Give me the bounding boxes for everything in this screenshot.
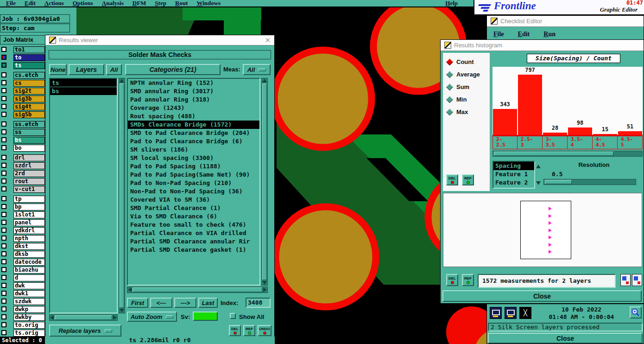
histogram-close-button[interactable]: Close [442,290,642,302]
viewer-categories-list[interactable]: NPTH annular Ring (152)SMD annular Ring … [127,78,260,286]
menu-item-analysis[interactable]: Analysis [102,0,124,7]
category-item[interactable]: Coverage (1243) [128,104,259,112]
layer-row-dwkp[interactable]: dwkp [0,306,46,313]
layer-checkbox[interactable] [1,243,6,248]
scroll-down-icon[interactable] [536,181,541,185]
layer-row-dkst[interactable]: dkst [0,243,46,250]
layer-row-to[interactable]: to [0,54,46,61]
scrollbar-thumb[interactable] [262,83,267,280]
menu-item-step[interactable]: Step [155,0,166,7]
histogram-ref-button[interactable]: REF [462,174,474,185]
session-close-button[interactable]: Close [488,333,643,344]
category-item[interactable]: Pad annular Ring (318) [128,96,259,104]
viewer-layer-item[interactable]: ts [50,79,117,87]
layer-checkbox[interactable] [1,47,6,52]
scroll-right-icon[interactable] [113,315,117,320]
layer-row-to.orig[interactable]: to.orig [0,322,46,329]
nav-last-button[interactable]: Last [198,298,218,308]
layer-row-sig4t[interactable]: sig4t [0,103,46,110]
layer-row-sig3b[interactable]: sig3b [0,96,46,102]
filter-none-button[interactable]: None [49,64,67,75]
layer-checkbox[interactable] [1,63,6,68]
send-to-editor-button[interactable] [620,274,631,286]
categories-horizontal-scrollbar[interactable] [127,287,268,293]
layer-checkbox[interactable] [1,163,6,168]
layer-checkbox[interactable] [1,291,6,296]
viewer-ref-button[interactable]: REF [243,325,255,336]
layer-checkbox[interactable] [1,178,6,184]
viewer-del-button[interactable]: DEL [229,325,241,336]
slider-thumb[interactable] [545,180,572,184]
nav-prev-button[interactable]: <--- [150,298,172,308]
menu-item-edit[interactable]: Edit [25,0,36,7]
series-item[interactable]: Feature 2 [493,178,534,187]
layer-checkbox[interactable] [1,88,6,93]
layer-row-ss.etch[interactable]: ss.etch [0,121,46,128]
resolution-slider[interactable] [543,179,636,185]
series-item[interactable]: Spacing [493,162,534,170]
layer-row-to1[interactable]: to1 [0,46,46,53]
close-icon[interactable] [265,37,271,44]
series-item[interactable]: Feature 1 [493,170,534,178]
layer-row-biaozhu[interactable]: biaozhu [0,267,46,274]
layer-checkbox[interactable] [1,314,6,319]
nav-next-button[interactable]: ---> [174,298,196,308]
tool-machine-icon[interactable] [505,307,517,319]
layer-row-ts[interactable]: ts [0,62,46,69]
layer-row-sig5b[interactable]: sig5b [0,111,46,118]
scroll-right-icon[interactable] [263,287,267,292]
stat-option-min[interactable]: Min [443,93,490,106]
scroll-up-icon[interactable] [262,79,267,83]
histogram-titlebar[interactable]: Results histogram [441,40,644,51]
layer-row-dwk[interactable]: dwk [0,282,46,289]
layer-checkbox[interactable] [1,306,6,312]
checklist-titlebar[interactable]: Checklist Editor [487,16,644,27]
layer-checkbox[interactable] [1,330,6,335]
layer-row-1slot1[interactable]: 1slot1 [0,211,46,218]
category-item[interactable]: NPTH annular Ring (152) [128,79,259,87]
checklist-menu-file[interactable]: File [493,31,504,38]
category-item[interactable]: SM slivers (186) [128,146,259,154]
zoom-button[interactable] [630,306,642,319]
category-item[interactable]: SMD to Pad Clearance Bridge (204) [128,129,259,137]
layer-checkbox[interactable] [1,96,6,101]
category-item[interactable]: Partial SMD Clearance annular Rir [128,237,259,246]
layer-checkbox[interactable] [1,275,6,280]
category-item[interactable]: Feature too small to check (476) [128,221,259,229]
menu-item-help[interactable]: Help [445,0,458,7]
layer-row-szdwk[interactable]: szdwk [0,298,46,305]
histogram-del-button[interactable]: DEL [446,174,458,185]
menu-item-rout[interactable]: Rout [175,0,188,7]
layer-checkbox[interactable] [1,72,6,77]
scroll-up-icon[interactable] [536,165,541,168]
layer-row-panel[interactable]: panel [0,219,46,226]
scroll-down-icon[interactable] [262,281,267,285]
layer-checkbox[interactable] [1,212,6,217]
scrollbar-thumb[interactable] [494,152,613,156]
layer-row-npth[interactable]: npth [0,235,46,242]
layer-checkbox[interactable] [1,267,6,272]
layer-row-bs[interactable]: bs [0,137,46,144]
sv-color-swatch[interactable] [193,312,218,321]
replace-layers-dropdown[interactable]: Replace layers [49,325,121,337]
menu-item-actions[interactable]: Actions [44,0,64,7]
layer-checkbox[interactable] [1,145,6,150]
stat-option-count[interactable]: Count [443,56,490,68]
scroll-left-icon[interactable] [128,287,132,292]
layer-row-sig2t[interactable]: sig2t [0,88,46,95]
menu-item-windows[interactable]: Windows [196,0,221,7]
auto-zoom-dropdown[interactable]: Auto Zoom [127,312,177,322]
tool-drill-icon[interactable] [490,307,502,319]
scroll-left-icon[interactable] [50,315,54,320]
layer-checkbox[interactable] [1,204,6,209]
scroll-up-icon[interactable] [120,79,124,83]
layer-row-ss[interactable]: ss [0,129,46,136]
viewer-undo-button[interactable]: UNDO [258,325,271,336]
checklist-menu-run[interactable]: Run [543,31,556,38]
scrollbar-thumb[interactable] [55,315,112,320]
menu-item-file[interactable]: File [6,0,16,7]
category-item[interactable]: SMD annular Ring (3017) [128,87,259,96]
layer-checkbox[interactable] [1,155,6,160]
stat-option-max[interactable]: Max [443,106,490,118]
layer-row-2rd[interactable]: 2rd [0,170,46,177]
